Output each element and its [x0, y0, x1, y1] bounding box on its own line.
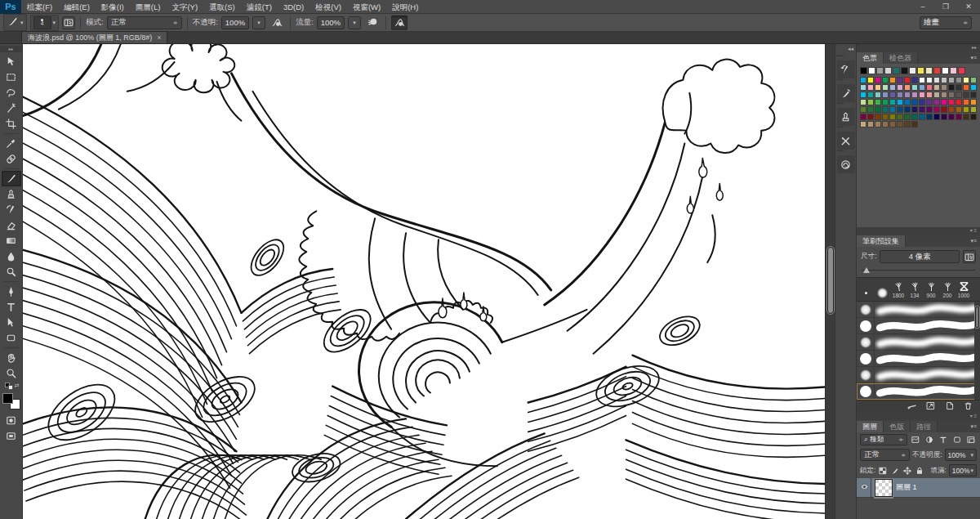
color-swatch[interactable] — [897, 106, 903, 113]
toggle-brush-panel-button[interactable] — [62, 16, 75, 29]
color-swatch[interactable] — [933, 67, 941, 74]
brush-group-grip[interactable]: ▾ ≡ — [857, 227, 980, 235]
layer-row-1[interactable]: 圖層 1 — [857, 478, 980, 498]
brush-preset-row-6[interactable] — [857, 383, 980, 400]
pen-tool[interactable] — [2, 284, 21, 299]
brush-list-scrollbar[interactable] — [974, 302, 980, 400]
color-swatch[interactable] — [904, 106, 911, 113]
color-swatch[interactable] — [956, 84, 962, 91]
type-tool[interactable] — [2, 299, 21, 315]
lock-all-icon[interactable] — [915, 465, 924, 476]
brush-tip-2[interactable] — [874, 280, 890, 299]
color-swatch[interactable] — [911, 92, 918, 98]
move-tool[interactable] — [2, 54, 21, 69]
color-swatch[interactable] — [889, 92, 896, 98]
color-swatch[interactable] — [963, 106, 969, 113]
tab-色版[interactable]: 色版 — [884, 421, 911, 432]
brush-preset-row-3[interactable] — [857, 334, 980, 351]
color-swatch[interactable] — [941, 84, 947, 91]
color-swatch[interactable] — [889, 99, 896, 105]
gradient-tool[interactable] — [2, 233, 21, 248]
clone-source-panel-icon[interactable] — [837, 108, 855, 126]
new-brush-icon[interactable] — [944, 400, 955, 413]
color-swatch[interactable] — [926, 99, 933, 105]
visibility-eye-icon[interactable] — [859, 481, 870, 494]
color-swatch[interactable] — [897, 99, 903, 105]
color-swatch[interactable] — [911, 77, 918, 83]
color-swatch[interactable] — [875, 106, 881, 113]
color-swatch[interactable] — [933, 99, 940, 105]
color-swatch[interactable] — [897, 77, 903, 83]
color-swatch[interactable] — [956, 92, 962, 98]
color-swatch[interactable] — [882, 77, 889, 83]
filter-adjustment-icon[interactable] — [924, 434, 935, 445]
color-swatch[interactable] — [884, 67, 892, 74]
color-swatch[interactable] — [933, 84, 940, 91]
eyedropper-tool[interactable] — [2, 136, 21, 151]
color-swatch[interactable] — [904, 114, 911, 120]
color-swatch[interactable] — [948, 114, 955, 120]
color-swatch[interactable] — [904, 121, 911, 128]
path-selection-tool[interactable] — [2, 315, 21, 330]
menu-7[interactable]: 濾鏡(T) — [241, 0, 278, 14]
color-swatch[interactable] — [889, 77, 896, 83]
scale-icon[interactable] — [925, 400, 936, 413]
hand-tool[interactable] — [2, 350, 21, 365]
lasso-tool[interactable] — [2, 85, 21, 101]
color-swatch[interactable] — [875, 121, 881, 128]
color-swatch[interactable] — [950, 67, 957, 74]
layer-blend-mode-select[interactable]: 正常≑ — [860, 449, 910, 461]
lock-transparency-icon[interactable] — [878, 465, 888, 476]
blur-tool[interactable] — [2, 248, 21, 264]
menu-8[interactable]: 3D(D) — [278, 0, 310, 14]
color-swatch[interactable] — [867, 121, 874, 128]
color-swatch[interactable] — [919, 77, 925, 83]
color-swatch[interactable] — [941, 114, 947, 120]
color-swatch[interactable] — [860, 77, 866, 83]
color-swatch[interactable] — [963, 77, 969, 83]
airbrush-icon[interactable] — [364, 16, 381, 30]
brush-preset-row-4[interactable] — [857, 351, 980, 367]
color-swatch[interactable] — [867, 77, 874, 83]
creative-cloud-panel-icon[interactable] — [837, 155, 855, 173]
brush-tip-1[interactable] — [858, 280, 874, 299]
filter-shape-icon[interactable] — [951, 434, 963, 445]
brush-tip-7[interactable]: 1000 — [956, 280, 972, 299]
color-swatch[interactable] — [875, 92, 881, 98]
toggle-brush-panel-icon[interactable] — [963, 250, 976, 263]
color-swatch[interactable] — [919, 84, 925, 91]
menu-2[interactable]: 編輯(E) — [58, 0, 96, 14]
color-swatch[interactable] — [958, 67, 965, 74]
healing-brush-tool[interactable] — [2, 151, 21, 167]
layer-opacity-value[interactable]: 100%▾ — [945, 449, 977, 461]
color-swatch[interactable] — [926, 77, 933, 83]
menu-9[interactable]: 檢視(V) — [310, 0, 347, 14]
layer-fill-value[interactable]: 100%▾ — [949, 464, 977, 476]
toolbar-collapse-icon[interactable]: ▸▸ — [0, 46, 22, 52]
foreground-color-swatch[interactable] — [2, 393, 13, 404]
color-swatch[interactable] — [868, 67, 875, 74]
color-swatch[interactable] — [867, 92, 874, 98]
color-swatch[interactable] — [963, 114, 969, 120]
color-swatch[interactable] — [948, 106, 955, 113]
color-swatch[interactable] — [970, 99, 977, 105]
layer-filter-select[interactable]: ⌕ 種類 ≑ — [860, 434, 907, 445]
color-swatch[interactable] — [904, 84, 911, 91]
clone-stamp-tool[interactable] — [2, 186, 21, 202]
brush-stroke-icon[interactable] — [906, 400, 917, 413]
blend-mode-select[interactable]: 正常≑ — [107, 16, 182, 29]
filter-smart-object-icon[interactable] — [965, 434, 977, 445]
panel-menu-icon[interactable]: ▾≡ — [967, 235, 980, 247]
default-colors-icon[interactable]: ⇄ — [3, 383, 20, 391]
menu-10[interactable]: 視窗(W) — [347, 0, 386, 14]
document-tab[interactable]: 海波浪.psd @ 100% (圖層 1, RGB/8#) × — [21, 31, 167, 43]
color-swatch[interactable] — [875, 99, 881, 105]
vertical-scrollbar[interactable] — [825, 44, 835, 519]
color-swatch[interactable] — [970, 92, 977, 98]
lock-pixels-icon[interactable] — [890, 465, 900, 476]
brush-tip-6[interactable]: 200 — [939, 280, 956, 299]
minimize-button[interactable]: – — [911, 1, 934, 13]
color-swatch[interactable] — [901, 67, 908, 74]
layer-name[interactable]: 圖層 1 — [896, 482, 917, 493]
menu-3[interactable]: 影像(I) — [96, 0, 130, 14]
